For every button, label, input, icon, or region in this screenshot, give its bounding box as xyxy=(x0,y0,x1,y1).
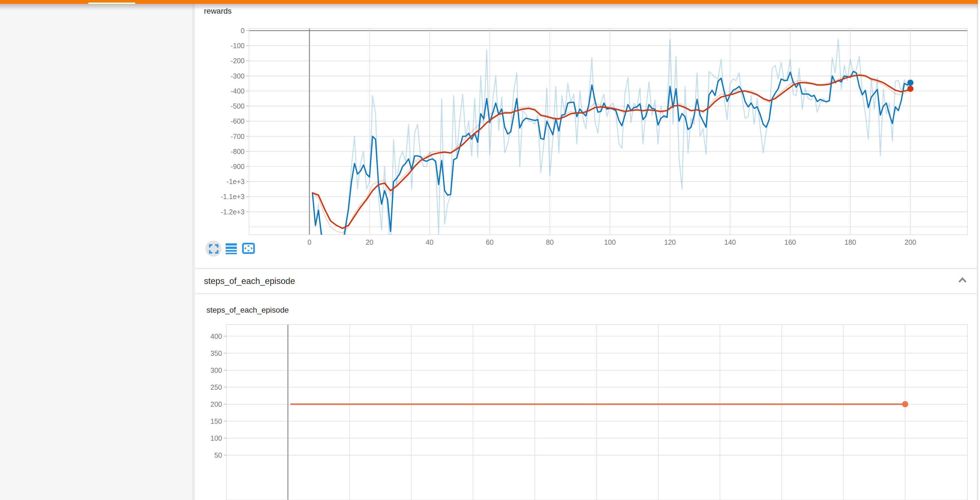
section-title: steps_of_each_episode xyxy=(204,276,295,286)
steps-line-chart[interactable]: 40035030025020015010050 xyxy=(195,294,977,500)
svg-text:-900: -900 xyxy=(231,162,245,170)
settings-sidebar xyxy=(0,4,192,500)
fit-domain-icon[interactable] xyxy=(242,242,255,254)
svg-text:50: 50 xyxy=(214,451,222,459)
svg-text:120: 120 xyxy=(664,238,676,246)
svg-text:140: 140 xyxy=(724,238,736,246)
svg-text:350: 350 xyxy=(210,349,222,357)
svg-text:0: 0 xyxy=(307,238,311,246)
svg-text:0: 0 xyxy=(241,27,245,35)
svg-text:-500: -500 xyxy=(231,102,245,110)
svg-text:40: 40 xyxy=(426,238,434,246)
svg-text:-1.2e+3: -1.2e+3 xyxy=(221,208,245,216)
svg-text:-600: -600 xyxy=(231,117,245,125)
svg-text:-1.1e+3: -1.1e+3 xyxy=(221,193,245,201)
svg-text:200: 200 xyxy=(210,400,222,408)
expand-chart-icon[interactable] xyxy=(209,244,219,254)
svg-text:60: 60 xyxy=(486,238,494,246)
svg-text:400: 400 xyxy=(210,333,222,340)
section-header-card xyxy=(195,269,977,293)
svg-text:200: 200 xyxy=(905,238,916,246)
log-scale-lines-icon[interactable] xyxy=(226,243,237,255)
svg-text:20: 20 xyxy=(366,238,374,246)
svg-text:-400: -400 xyxy=(231,87,245,95)
rewards-chart-title: rewards xyxy=(204,7,232,16)
steps-chart-title: steps_of_each_episode xyxy=(207,306,289,315)
svg-text:100: 100 xyxy=(210,434,222,442)
svg-text:-700: -700 xyxy=(231,132,245,140)
rewards-line-chart[interactable]: 0-100-200-300-400-500-600-700-800-900-1e… xyxy=(195,4,977,268)
svg-text:-100: -100 xyxy=(231,42,245,49)
svg-text:80: 80 xyxy=(546,238,554,246)
svg-text:100: 100 xyxy=(604,238,616,246)
svg-text:-800: -800 xyxy=(231,148,245,155)
active-tab-indicator xyxy=(88,3,135,4)
svg-text:180: 180 xyxy=(845,238,856,246)
svg-text:300: 300 xyxy=(210,366,222,374)
svg-text:-300: -300 xyxy=(231,72,245,80)
vertical-scrollbar[interactable] xyxy=(978,0,980,500)
svg-text:-200: -200 xyxy=(231,57,245,65)
svg-text:150: 150 xyxy=(210,417,222,425)
svg-text:-1e+3: -1e+3 xyxy=(226,178,245,185)
svg-text:160: 160 xyxy=(784,238,796,246)
collapse-section-chevron-up-icon[interactable] xyxy=(957,276,968,285)
svg-text:250: 250 xyxy=(210,383,222,391)
tensorboard-header-bar xyxy=(0,0,978,4)
